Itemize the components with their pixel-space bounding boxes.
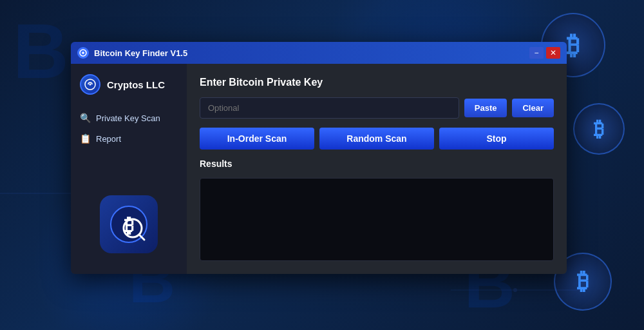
private-key-input[interactable] [200,97,459,119]
app-window: Bitcoin Key Finder V1.5 − ✕ Cryptos LLC [71,42,567,274]
window-controls: − ✕ [529,47,560,59]
brand: Cryptos LLC [71,74,187,108]
window-title: Bitcoin Key Finder V1.5 [94,48,529,58]
nav-item-report[interactable]: 📋 Report [71,128,187,149]
action-row: In-Order Scan Random Scan Stop [200,128,554,150]
paste-button[interactable]: Paste [464,99,507,117]
sidebar: Cryptos LLC 🔍 Private Key Scan 📋 Report … [71,64,187,274]
close-button[interactable]: ✕ [546,47,560,59]
nav-item-private-key-scan[interactable]: 🔍 Private Key Scan [71,108,187,128]
svg-point-7 [90,84,91,86]
logo-circle: ₿ [100,195,158,253]
nav-label-private-key-scan: Private Key Scan [96,113,160,123]
titlebar: Bitcoin Key Finder V1.5 − ✕ [71,42,567,64]
titlebar-icon [77,47,89,59]
minimize-button[interactable]: − [529,47,544,59]
nav-label-report: Report [96,134,121,144]
clear-button[interactable]: Clear [512,99,554,117]
stop-button[interactable]: Stop [439,128,554,150]
brand-icon [80,74,100,95]
results-area [200,178,554,261]
input-row: Paste Clear [200,97,554,119]
results-label: Results [200,159,554,169]
search-icon: 🔍 [80,113,91,123]
window-body: Cryptos LLC 🔍 Private Key Scan 📋 Report … [71,64,567,274]
random-scan-button[interactable]: Random Scan [319,128,434,150]
brand-name: Cryptos LLC [107,79,165,90]
main-content: Enter Bitcoin Private Key Paste Clear In… [187,64,567,274]
svg-point-4 [513,288,517,292]
sidebar-logo: ₿ [90,185,168,264]
section-title: Enter Bitcoin Private Key [200,77,554,88]
in-order-scan-button[interactable]: In-Order Scan [200,128,314,150]
report-icon: 📋 [80,133,91,144]
